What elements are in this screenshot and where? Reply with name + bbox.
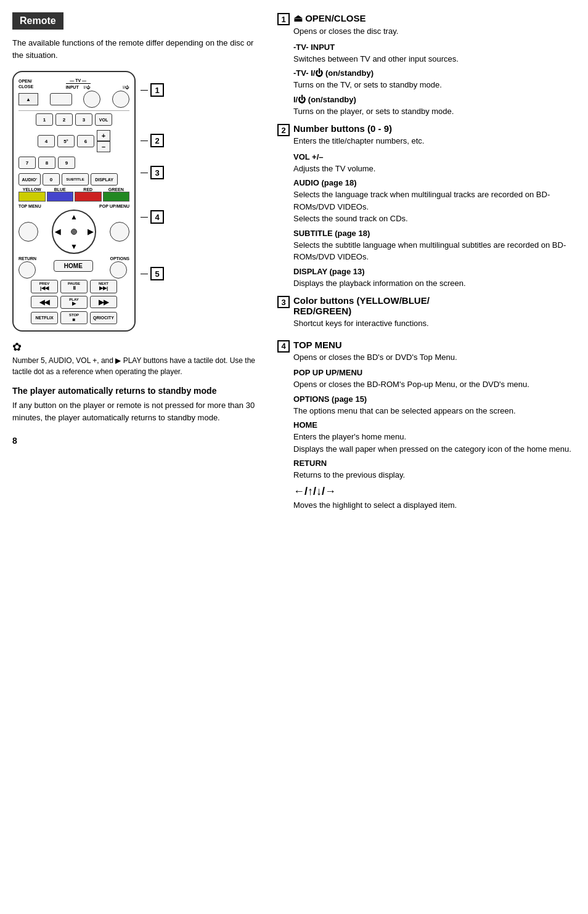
remote-body: OPEN/CLOSE — TV — INPUT I/⏻ I/⏻ ▲ [12, 71, 136, 332]
nav-down[interactable]: ▼ [70, 242, 78, 251]
callout-5: 5 [141, 267, 164, 280]
callout-num-2: 2 [150, 134, 164, 147]
page-number: 8 [12, 436, 259, 446]
item-top-menu: 4 TOP MENU Opens or closes the BD's or D… [277, 340, 582, 512]
subtitle-subtitle: SUBTITLE (page 18) [293, 229, 582, 238]
tv-input-button[interactable] [50, 93, 72, 105]
netflix-button[interactable]: NETFLIX [31, 312, 58, 324]
tip-text: Number 5, AUDIO, VOL +, and ▶ PLAY butto… [12, 355, 259, 377]
tv-input-desc: Switches between TV and other input sour… [293, 53, 582, 65]
red-button[interactable] [75, 192, 102, 202]
vol-label-btn: VOL [95, 113, 112, 126]
section-title: Remote [12, 12, 63, 30]
arrow-keys: ←/↑/↓/→ [293, 485, 582, 498]
home-button[interactable]: HOME [54, 260, 93, 272]
return-subtitle: RETURN [293, 459, 582, 468]
qriocity-button[interactable]: QRIOCITY [90, 312, 117, 324]
item-number-buttons: 2 Number buttons (0 - 9) Enters the titl… [277, 123, 582, 289]
return-button[interactable] [18, 261, 36, 279]
vol-minus-button[interactable]: – [97, 141, 110, 152]
page: Remote The available functions of the re… [0, 0, 588, 914]
left-column: Remote The available functions of the re… [12, 12, 271, 902]
callout-num-3: 3 [150, 166, 164, 179]
top-menu-desc: Opens or closes the BD's or DVD's Top Me… [293, 351, 457, 364]
options-label: OPTIONS [110, 256, 129, 261]
vol-subtitle: VOL +/– [293, 152, 582, 161]
green-button[interactable] [103, 192, 130, 202]
popup-subtitle: POP UP UP/MENU [293, 368, 582, 377]
top-menu-button[interactable] [18, 222, 38, 242]
return-label: RETURN [18, 256, 36, 261]
audio-subtitle: AUDIO (page 18) [293, 178, 582, 187]
pop-up-menu-button[interactable] [110, 222, 129, 242]
rew-button[interactable]: ◀◀ [31, 296, 58, 308]
right-column: 1 ⏏ OPEN/CLOSE Opens or closes the disc … [271, 12, 582, 902]
color-buttons-row [18, 192, 129, 202]
number-buttons-desc: Enters the title/chapter numbers, etc. [293, 135, 424, 147]
vol-plus-button[interactable]: + [97, 130, 110, 141]
top-menu-title: TOP MENU [293, 340, 457, 350]
standby-section: The player automatically returns to stan… [12, 386, 259, 423]
open-close-desc: Opens or closes the disc tray. [293, 25, 398, 38]
callout-numbers-col: 1 2 3 4 [141, 71, 164, 280]
standby-button[interactable] [112, 91, 129, 108]
number-buttons-title: Number buttons (0 - 9) [293, 123, 424, 134]
nav-right[interactable]: ▶ [88, 227, 93, 236]
tv-bar-label: — TV — [66, 78, 91, 84]
nav-left[interactable]: ◀ [55, 227, 60, 236]
options-button[interactable] [110, 261, 127, 279]
prev-button[interactable]: PREV|◀◀ [31, 280, 58, 293]
nav-up[interactable]: ▲ [70, 213, 78, 221]
ff-button[interactable]: ▶▶ [90, 296, 117, 308]
red-label: RED [75, 187, 102, 192]
tv-standby-desc: Turns on the TV, or sets to standby mode… [293, 79, 582, 91]
top-menu-label: TOP MENU [18, 204, 41, 208]
callout-2: 2 [141, 134, 164, 147]
pop-up-menu-label: POP UP/MENU [99, 204, 129, 208]
options-subtitle: OPTIONS (page 15) [293, 394, 582, 404]
play-button[interactable]: PLAY▶ [60, 296, 88, 309]
btn-0[interactable]: 0 [43, 173, 60, 186]
standby-subtitle: I/⏻ (on/standby) [293, 95, 582, 104]
yellow-button[interactable] [18, 192, 46, 202]
btn-5[interactable]: 5° [57, 135, 75, 147]
btn-4[interactable]: 4 [38, 135, 55, 147]
subtitle-button[interactable]: SUBTITLE [62, 173, 89, 186]
arrow-keys-desc: Moves the highlight to select a displaye… [293, 499, 582, 512]
open-close-label: OPEN/CLOSE [18, 78, 33, 89]
nav-center-dot[interactable] [71, 229, 77, 235]
next-button[interactable]: NEXT▶▶| [90, 280, 117, 293]
green-label: GREEN [103, 187, 130, 192]
open-close-button[interactable]: ▲ [18, 93, 38, 105]
tv-standby-button[interactable] [83, 91, 100, 108]
audio-button[interactable]: AUDIO° [18, 173, 41, 186]
callout-num-4: 4 [150, 210, 164, 224]
options-desc: The options menu that can be selected ap… [293, 405, 582, 417]
item-color-buttons: 3 Color buttons (YELLOW/BLUE/RED/GREEN) … [277, 295, 582, 333]
tv-input-label: INPUT [66, 85, 79, 89]
remote-illustration: OPEN/CLOSE — TV — INPUT I/⏻ I/⏻ ▲ [12, 71, 259, 332]
transport-section: PREV|◀◀ PAUSE⏸ NEXT▶▶| ◀◀ PLAY▶ ▶▶ NETFL… [18, 280, 129, 324]
num-box-3: 3 [277, 296, 290, 308]
standby-label: I/⏻ [123, 85, 129, 89]
stop-button[interactable]: STOP■ [60, 311, 88, 324]
tv-section: — TV — INPUT I/⏻ [66, 78, 91, 89]
btn-7[interactable]: 7 [18, 157, 36, 169]
num-box-2: 2 [277, 124, 290, 136]
btn-9[interactable]: 9 [58, 157, 75, 169]
callout-num-1: 1 [150, 83, 164, 97]
pause-button[interactable]: PAUSE⏸ [60, 280, 88, 293]
display-button[interactable]: DISPLAY [91, 173, 118, 186]
btn-3[interactable]: 3 [75, 113, 92, 126]
btn-2[interactable]: 2 [55, 113, 73, 126]
num-box-4: 4 [277, 340, 290, 353]
display-desc: Displays the playback information on the… [293, 277, 582, 290]
yellow-label: YELLOW [18, 187, 46, 192]
btn-8[interactable]: 8 [38, 157, 55, 169]
btn-1[interactable]: 1 [36, 113, 53, 126]
popup-desc: Opens or closes the BD-ROM's Pop-up Menu… [293, 378, 582, 391]
display-subtitle: DISPLAY (page 13) [293, 267, 582, 276]
subtitle-desc: Selects the subtitle language when multi… [293, 239, 582, 263]
btn-6[interactable]: 6 [77, 135, 94, 147]
blue-button[interactable] [47, 192, 74, 202]
